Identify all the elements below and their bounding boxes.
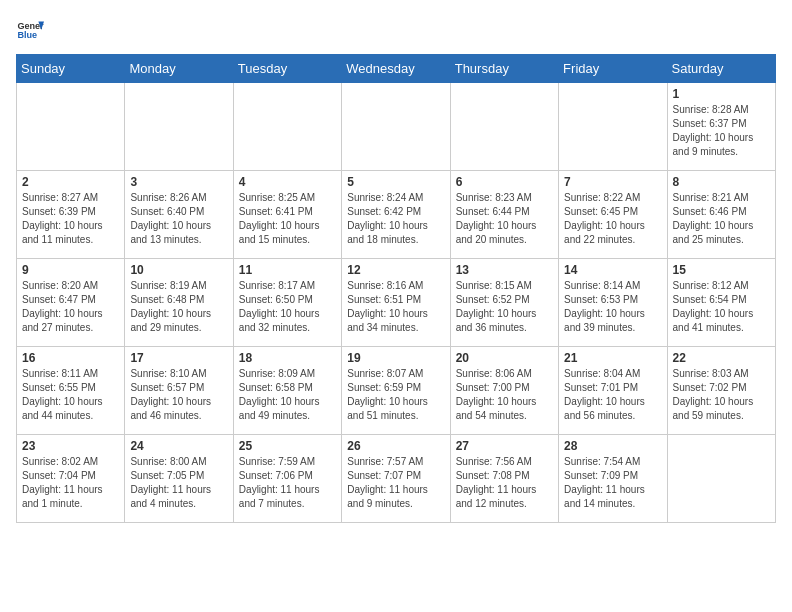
calendar-cell: 23Sunrise: 8:02 AM Sunset: 7:04 PM Dayli… [17, 435, 125, 523]
svg-text:Blue: Blue [17, 30, 37, 40]
day-number: 2 [22, 175, 119, 189]
day-number: 12 [347, 263, 444, 277]
calendar-cell [342, 83, 450, 171]
day-number: 11 [239, 263, 336, 277]
calendar-cell: 13Sunrise: 8:15 AM Sunset: 6:52 PM Dayli… [450, 259, 558, 347]
day-info: Sunrise: 8:22 AM Sunset: 6:45 PM Dayligh… [564, 191, 661, 247]
day-number: 4 [239, 175, 336, 189]
day-number: 26 [347, 439, 444, 453]
day-info: Sunrise: 8:00 AM Sunset: 7:05 PM Dayligh… [130, 455, 227, 511]
day-info: Sunrise: 8:20 AM Sunset: 6:47 PM Dayligh… [22, 279, 119, 335]
day-info: Sunrise: 8:14 AM Sunset: 6:53 PM Dayligh… [564, 279, 661, 335]
day-number: 5 [347, 175, 444, 189]
calendar-cell [17, 83, 125, 171]
calendar-cell: 17Sunrise: 8:10 AM Sunset: 6:57 PM Dayli… [125, 347, 233, 435]
calendar-cell: 2Sunrise: 8:27 AM Sunset: 6:39 PM Daylig… [17, 171, 125, 259]
calendar-cell: 16Sunrise: 8:11 AM Sunset: 6:55 PM Dayli… [17, 347, 125, 435]
day-info: Sunrise: 8:21 AM Sunset: 6:46 PM Dayligh… [673, 191, 770, 247]
day-info: Sunrise: 8:15 AM Sunset: 6:52 PM Dayligh… [456, 279, 553, 335]
calendar-week-row: 2Sunrise: 8:27 AM Sunset: 6:39 PM Daylig… [17, 171, 776, 259]
calendar-cell: 24Sunrise: 8:00 AM Sunset: 7:05 PM Dayli… [125, 435, 233, 523]
calendar-cell [233, 83, 341, 171]
logo-icon: General Blue [16, 16, 44, 44]
day-of-week-header: Tuesday [233, 55, 341, 83]
day-number: 17 [130, 351, 227, 365]
calendar-week-row: 1Sunrise: 8:28 AM Sunset: 6:37 PM Daylig… [17, 83, 776, 171]
day-number: 13 [456, 263, 553, 277]
logo: General Blue [16, 16, 48, 44]
calendar-cell: 11Sunrise: 8:17 AM Sunset: 6:50 PM Dayli… [233, 259, 341, 347]
calendar-cell: 12Sunrise: 8:16 AM Sunset: 6:51 PM Dayli… [342, 259, 450, 347]
day-info: Sunrise: 8:16 AM Sunset: 6:51 PM Dayligh… [347, 279, 444, 335]
day-of-week-header: Wednesday [342, 55, 450, 83]
day-info: Sunrise: 8:27 AM Sunset: 6:39 PM Dayligh… [22, 191, 119, 247]
day-number: 27 [456, 439, 553, 453]
day-info: Sunrise: 8:10 AM Sunset: 6:57 PM Dayligh… [130, 367, 227, 423]
calendar-header-row: SundayMondayTuesdayWednesdayThursdayFrid… [17, 55, 776, 83]
day-info: Sunrise: 7:56 AM Sunset: 7:08 PM Dayligh… [456, 455, 553, 511]
calendar-cell [559, 83, 667, 171]
day-number: 20 [456, 351, 553, 365]
day-number: 24 [130, 439, 227, 453]
day-info: Sunrise: 8:04 AM Sunset: 7:01 PM Dayligh… [564, 367, 661, 423]
calendar-cell: 20Sunrise: 8:06 AM Sunset: 7:00 PM Dayli… [450, 347, 558, 435]
day-info: Sunrise: 8:02 AM Sunset: 7:04 PM Dayligh… [22, 455, 119, 511]
day-info: Sunrise: 8:12 AM Sunset: 6:54 PM Dayligh… [673, 279, 770, 335]
day-number: 10 [130, 263, 227, 277]
day-info: Sunrise: 7:57 AM Sunset: 7:07 PM Dayligh… [347, 455, 444, 511]
day-info: Sunrise: 7:54 AM Sunset: 7:09 PM Dayligh… [564, 455, 661, 511]
calendar-cell: 1Sunrise: 8:28 AM Sunset: 6:37 PM Daylig… [667, 83, 775, 171]
day-of-week-header: Thursday [450, 55, 558, 83]
calendar-cell: 21Sunrise: 8:04 AM Sunset: 7:01 PM Dayli… [559, 347, 667, 435]
day-info: Sunrise: 8:03 AM Sunset: 7:02 PM Dayligh… [673, 367, 770, 423]
calendar-cell: 4Sunrise: 8:25 AM Sunset: 6:41 PM Daylig… [233, 171, 341, 259]
calendar-week-row: 16Sunrise: 8:11 AM Sunset: 6:55 PM Dayli… [17, 347, 776, 435]
day-number: 19 [347, 351, 444, 365]
day-of-week-header: Saturday [667, 55, 775, 83]
calendar-cell: 27Sunrise: 7:56 AM Sunset: 7:08 PM Dayli… [450, 435, 558, 523]
calendar-cell [125, 83, 233, 171]
calendar-cell: 22Sunrise: 8:03 AM Sunset: 7:02 PM Dayli… [667, 347, 775, 435]
day-number: 28 [564, 439, 661, 453]
day-info: Sunrise: 8:26 AM Sunset: 6:40 PM Dayligh… [130, 191, 227, 247]
day-info: Sunrise: 8:11 AM Sunset: 6:55 PM Dayligh… [22, 367, 119, 423]
day-of-week-header: Friday [559, 55, 667, 83]
calendar-cell: 7Sunrise: 8:22 AM Sunset: 6:45 PM Daylig… [559, 171, 667, 259]
day-info: Sunrise: 8:07 AM Sunset: 6:59 PM Dayligh… [347, 367, 444, 423]
calendar-table: SundayMondayTuesdayWednesdayThursdayFrid… [16, 54, 776, 523]
day-of-week-header: Sunday [17, 55, 125, 83]
calendar-cell: 26Sunrise: 7:57 AM Sunset: 7:07 PM Dayli… [342, 435, 450, 523]
day-number: 22 [673, 351, 770, 365]
day-info: Sunrise: 8:25 AM Sunset: 6:41 PM Dayligh… [239, 191, 336, 247]
calendar-cell [667, 435, 775, 523]
calendar-cell: 5Sunrise: 8:24 AM Sunset: 6:42 PM Daylig… [342, 171, 450, 259]
day-number: 1 [673, 87, 770, 101]
calendar-cell: 15Sunrise: 8:12 AM Sunset: 6:54 PM Dayli… [667, 259, 775, 347]
day-number: 16 [22, 351, 119, 365]
calendar-week-row: 23Sunrise: 8:02 AM Sunset: 7:04 PM Dayli… [17, 435, 776, 523]
day-info: Sunrise: 8:09 AM Sunset: 6:58 PM Dayligh… [239, 367, 336, 423]
day-number: 6 [456, 175, 553, 189]
calendar-cell: 8Sunrise: 8:21 AM Sunset: 6:46 PM Daylig… [667, 171, 775, 259]
calendar-cell: 18Sunrise: 8:09 AM Sunset: 6:58 PM Dayli… [233, 347, 341, 435]
calendar-cell: 28Sunrise: 7:54 AM Sunset: 7:09 PM Dayli… [559, 435, 667, 523]
calendar-cell: 6Sunrise: 8:23 AM Sunset: 6:44 PM Daylig… [450, 171, 558, 259]
day-info: Sunrise: 8:17 AM Sunset: 6:50 PM Dayligh… [239, 279, 336, 335]
calendar-cell [450, 83, 558, 171]
calendar-cell: 3Sunrise: 8:26 AM Sunset: 6:40 PM Daylig… [125, 171, 233, 259]
day-number: 9 [22, 263, 119, 277]
calendar-cell: 14Sunrise: 8:14 AM Sunset: 6:53 PM Dayli… [559, 259, 667, 347]
day-info: Sunrise: 7:59 AM Sunset: 7:06 PM Dayligh… [239, 455, 336, 511]
day-number: 7 [564, 175, 661, 189]
day-number: 14 [564, 263, 661, 277]
calendar-week-row: 9Sunrise: 8:20 AM Sunset: 6:47 PM Daylig… [17, 259, 776, 347]
day-info: Sunrise: 8:19 AM Sunset: 6:48 PM Dayligh… [130, 279, 227, 335]
day-number: 15 [673, 263, 770, 277]
day-info: Sunrise: 8:28 AM Sunset: 6:37 PM Dayligh… [673, 103, 770, 159]
day-of-week-header: Monday [125, 55, 233, 83]
day-info: Sunrise: 8:24 AM Sunset: 6:42 PM Dayligh… [347, 191, 444, 247]
day-number: 21 [564, 351, 661, 365]
day-number: 25 [239, 439, 336, 453]
day-number: 23 [22, 439, 119, 453]
day-number: 8 [673, 175, 770, 189]
